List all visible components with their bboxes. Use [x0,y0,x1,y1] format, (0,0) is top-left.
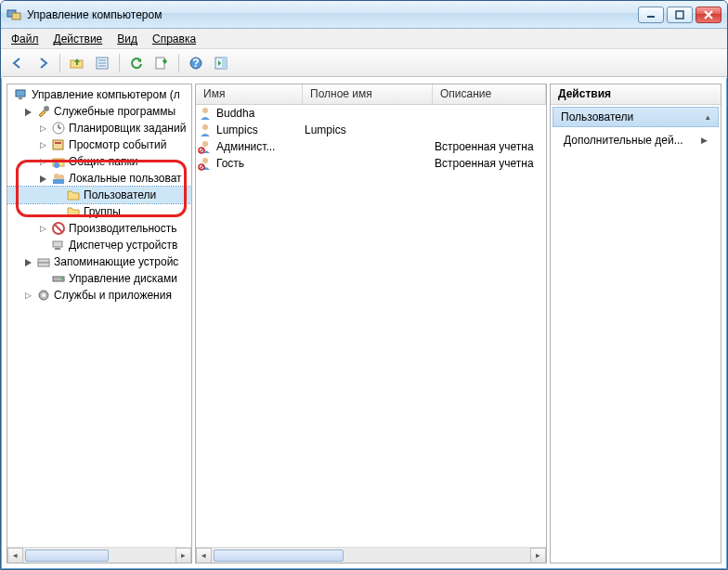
tree-label: Пользователи [84,188,156,201]
actions-context-label: Пользователи [561,110,633,123]
svg-point-41 [202,141,208,147]
expand-icon[interactable]: ▷ [37,139,48,150]
tree-performance[interactable]: ▷ Производительность [7,220,191,237]
svg-rect-33 [38,259,49,263]
actions-context[interactable]: Пользователи ▴ [552,107,719,127]
tree-users[interactable]: Пользователи [7,187,191,203]
forward-button[interactable] [32,52,54,74]
export-button[interactable] [150,52,173,74]
actions-more[interactable]: Дополнительные дей... ▶ [551,129,721,151]
chevron-right-icon: ▶ [701,136,708,145]
app-icon [6,7,21,22]
list-horizontal-scrollbar[interactable]: ◂ ▸ [196,547,546,563]
svg-rect-1 [12,13,20,19]
expand-icon[interactable]: ▷ [37,223,48,234]
tree-storage[interactable]: Запоминающие устройс [7,253,191,270]
tree-root[interactable]: Управление компьютером (л [7,86,191,103]
user-disabled-icon [198,139,213,154]
tree-label: Просмотр событий [69,138,166,151]
svg-rect-16 [16,90,25,97]
clock-icon [51,121,66,136]
svg-point-25 [54,162,59,168]
tree-label: Общие папки [69,155,137,168]
menu-action[interactable]: Действие [46,31,110,47]
content-area: Управление компьютером (л Служебные прог… [1,77,727,569]
tree-shared[interactable]: ▷ Общие папки [7,153,191,170]
svg-point-44 [202,158,208,163]
users-icon [51,171,66,186]
svg-text:?: ? [192,57,199,70]
tools-icon [36,104,51,119]
perf-icon [51,221,66,236]
tree-groups[interactable]: Группы [7,203,191,220]
collapse-icon[interactable] [22,256,33,267]
expand-icon[interactable]: ▷ [22,290,33,301]
toolbar: ? [1,49,727,77]
tree-local-users[interactable]: Локальные пользоват [7,170,191,187]
tree-services-apps[interactable]: ▷ Службы и приложения [7,287,191,304]
refresh-button[interactable] [125,52,148,74]
tree-label: Группы [84,205,121,218]
window-title: Управление компьютером [27,8,635,21]
tree-label: Производительность [69,222,176,235]
up-folder-button[interactable] [66,52,88,74]
tree-pane: Управление компьютером (л Служебные прог… [6,84,192,564]
menu-view[interactable]: Вид [110,31,145,47]
list-row[interactable]: Buddha [196,105,546,122]
services-icon [36,288,51,303]
tree-label: Службы и приложения [54,289,172,302]
user-list[interactable]: Buddha Lumpics Lumpics Админист... Встро… [196,105,546,547]
svg-rect-3 [676,11,683,19]
titlebar: Управление компьютером [1,1,727,29]
svg-rect-15 [222,58,227,69]
actions-more-label: Дополнительные дей... [564,134,683,147]
minimize-button[interactable] [638,6,664,23]
folder-icon [66,188,81,202]
close-button[interactable] [696,6,722,23]
tree-disk-management[interactable]: Управление дисками [7,270,191,287]
actions-pane: Действия Пользователи ▴ Дополнительные д… [550,84,722,564]
device-icon [51,238,66,253]
tree-services[interactable]: Служебные программы [7,103,191,120]
tree-device-manager[interactable]: Диспетчер устройств [7,237,191,253]
collapse-icon: ▴ [706,112,710,122]
tree-label: Служебные программы [54,105,176,118]
tree-scheduler[interactable]: ▷ Планировщик заданий [7,120,191,136]
collapse-icon[interactable] [37,173,48,184]
column-name[interactable]: Имя [196,84,303,104]
maximize-button[interactable] [667,6,693,23]
shared-folder-icon [51,154,66,169]
collapse-icon[interactable] [22,106,33,117]
column-fullname[interactable]: Полное имя [303,84,433,104]
list-row[interactable]: Гость Встроенная учетна [196,155,546,172]
user-disabled-icon [198,156,213,171]
list-row[interactable]: Админист... Встроенная учетна [196,138,546,155]
app-window: Управление компьютером Файл Действие Вид… [0,0,728,570]
tree-label: Управление компьютером (л [32,88,180,101]
user-icon [198,106,213,121]
svg-rect-31 [53,241,62,247]
list-pane: Имя Полное имя Описание Buddha Lumpics L… [195,84,547,564]
svg-point-38 [42,293,46,297]
tree-label: Запоминающие устройс [54,255,178,268]
properties-button[interactable] [91,52,113,74]
expand-icon[interactable]: ▷ [37,156,48,167]
menubar: Файл Действие Вид Справка [1,29,727,49]
tree-label: Планировщик заданий [69,122,186,135]
svg-point-36 [61,278,63,279]
svg-rect-23 [55,142,61,144]
action-pane-button[interactable] [210,52,232,74]
tree-events[interactable]: ▷ Просмотр событий [7,136,191,153]
svg-rect-11 [156,58,164,69]
menu-file[interactable]: Файл [4,31,46,47]
svg-point-39 [202,108,208,113]
list-row[interactable]: Lumpics Lumpics [196,122,546,138]
expand-icon[interactable]: ▷ [37,123,48,134]
tree-horizontal-scrollbar[interactable]: ◂ ▸ [7,547,191,563]
back-button[interactable] [6,52,29,74]
menu-help[interactable]: Справка [145,31,203,47]
disk-icon [51,271,66,286]
navigation-tree[interactable]: Управление компьютером (л Служебные прог… [7,84,191,547]
column-description[interactable]: Описание [433,84,546,104]
help-button[interactable]: ? [185,52,207,74]
